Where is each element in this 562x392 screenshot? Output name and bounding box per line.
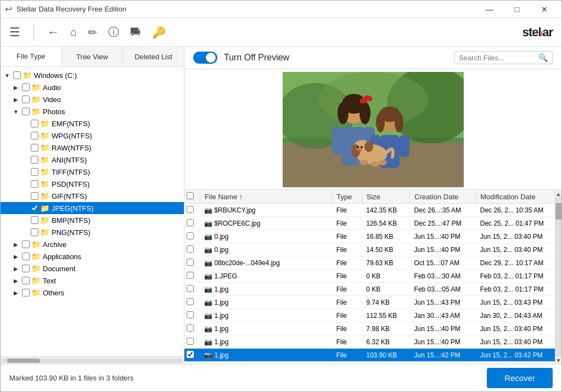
table-row[interactable]: 📷1.JPEGFile0 KBFeb 03...:30 AMFeb 03, 2.… <box>184 270 555 283</box>
tab-file-type[interactable]: File Type <box>1 47 62 66</box>
expand-icon-wpg[interactable] <box>20 131 29 140</box>
table-row[interactable]: 📷0.jpgFile16.85 KBJun 15...:40 PMJun 15,… <box>184 230 555 243</box>
row-checkbox-1[interactable] <box>187 219 194 226</box>
expand-icon-bmp[interactable] <box>20 216 29 225</box>
checkbox-wpg[interactable] <box>31 132 38 139</box>
expand-icon-emf[interactable] <box>20 119 29 128</box>
row-checkbox-5[interactable] <box>187 272 194 279</box>
checkbox-windows[interactable] <box>13 71 21 79</box>
sidebar-item-archive[interactable]: ▶📁Archive <box>1 238 184 250</box>
home-icon[interactable]: ⌂ <box>70 26 77 38</box>
sidebar-item-bmp[interactable]: 📁BMP(NTFS) <box>1 214 184 226</box>
th-modification-date[interactable]: Modification Date <box>476 190 555 204</box>
checkbox-bmp[interactable] <box>31 216 38 224</box>
row-checkbox-6[interactable] <box>187 285 194 292</box>
table-row[interactable]: 📷1.jpgFile112.55 KBJan 30...:43 AMJan 30… <box>184 309 555 322</box>
table-row[interactable]: 📷$RBIJKCY.jpgFile142.35 KBDec 26...:35 A… <box>184 204 555 217</box>
checkbox-document[interactable] <box>22 265 30 272</box>
sidebar-item-wpg[interactable]: 📁WPG(NTFS) <box>1 130 184 142</box>
table-row[interactable]: 📷1.jpgFile9.74 KBJun 15...:43 PMJun 15, … <box>184 296 555 309</box>
row-checkbox-7[interactable] <box>187 298 194 305</box>
expand-icon-psd[interactable] <box>20 180 29 188</box>
expand-icon-ani[interactable] <box>20 155 29 164</box>
table-row[interactable]: 📷0.jpgFile14.50 KBJun 15...:40 PMJun 15,… <box>184 243 555 256</box>
table-row[interactable]: 📷1.jpgFile103.90 KBJun 15...:42 PMJun 15… <box>184 349 555 362</box>
sidebar-item-tiff[interactable]: 📁TIFF(NTFS) <box>1 166 184 178</box>
sidebar-item-emf[interactable]: 📁EMF(NTFS) <box>1 117 184 130</box>
sidebar-hscrollbar[interactable] <box>1 356 184 364</box>
checkbox-video[interactable] <box>22 96 30 103</box>
row-checkbox-2[interactable] <box>187 232 194 239</box>
expand-icon-png[interactable] <box>20 228 29 237</box>
edit-icon[interactable]: ✏ <box>88 26 97 39</box>
table-row[interactable]: 📷1.jpgFile0 KBFeb 03...:05 AMFeb 03, 2..… <box>184 283 555 296</box>
sidebar-item-others[interactable]: ▶📁Others <box>1 287 184 299</box>
th-type[interactable]: Type <box>332 190 362 204</box>
expand-icon-windows[interactable]: ▼ <box>3 71 12 80</box>
row-checkbox-8[interactable] <box>187 311 194 318</box>
back-nav-icon[interactable]: ← <box>47 25 59 40</box>
sidebar-item-photos[interactable]: ▼📁Photos <box>1 105 184 117</box>
sidebar-item-ani[interactable]: 📁ANI(NTFS) <box>1 154 184 166</box>
sidebar-item-audio[interactable]: ▶📁Audio <box>1 81 184 93</box>
expand-icon-archive[interactable]: ▶ <box>12 240 20 249</box>
sidebar-item-text[interactable]: ▶📁Text <box>1 275 184 287</box>
checkbox-gif[interactable] <box>31 192 38 200</box>
checkbox-jpeg[interactable] <box>31 204 38 212</box>
tab-deleted-list[interactable]: Deleted List <box>123 47 184 66</box>
back-icon[interactable]: ↩ <box>5 4 12 14</box>
table-row[interactable]: 📷$ROCPE6C.jpgFile126.54 KBDec 25...:47 P… <box>184 217 555 230</box>
th-filename[interactable]: File Name ↑ <box>200 190 331 204</box>
hamburger-icon[interactable]: ☰ <box>9 25 20 40</box>
th-creation-date[interactable]: Creation Date <box>410 190 476 204</box>
sidebar-item-windows[interactable]: ▼📁Windows (C:) <box>1 69 184 81</box>
row-checkbox-0[interactable] <box>187 206 194 213</box>
sidebar-item-video[interactable]: ▶📁Video <box>1 93 184 105</box>
expand-icon-video[interactable]: ▶ <box>12 95 20 104</box>
select-all-checkbox[interactable] <box>187 192 194 199</box>
sidebar-item-jpeg[interactable]: 📁JPEG(NTFS) <box>1 202 184 214</box>
expand-icon-audio[interactable]: ▶ <box>12 83 20 92</box>
scroll-down-arrow[interactable]: ▼ <box>555 356 561 364</box>
checkbox-applications[interactable] <box>22 253 30 260</box>
expand-icon-jpeg[interactable] <box>20 204 29 212</box>
expand-icon-raw[interactable] <box>20 143 29 152</box>
checkbox-photos[interactable] <box>22 108 30 115</box>
checkbox-emf[interactable] <box>31 120 38 127</box>
checkbox-archive[interactable] <box>22 240 30 248</box>
sidebar-item-png[interactable]: 📁PNG(NTFS) <box>1 226 184 238</box>
search-box[interactable]: 🔍 <box>454 51 553 64</box>
minimize-button[interactable]: — <box>477 1 502 18</box>
sidebar-item-raw[interactable]: 📁RAW(NTFS) <box>1 142 184 154</box>
checkbox-raw[interactable] <box>31 144 38 152</box>
expand-icon-tiff[interactable] <box>20 167 29 176</box>
checkbox-ani[interactable] <box>31 156 38 164</box>
sidebar-item-gif[interactable]: 📁GIF(NTFS) <box>1 190 184 202</box>
cart-icon[interactable]: ⛟ <box>130 26 141 38</box>
file-scrollbar[interactable]: ▲ ▼ <box>555 190 561 364</box>
checkbox-text[interactable] <box>22 277 30 284</box>
row-checkbox-4[interactable] <box>187 259 194 266</box>
scroll-up-arrow[interactable]: ▲ <box>555 190 561 198</box>
checkbox-tiff[interactable] <box>31 168 38 176</box>
row-checkbox-3[interactable] <box>187 245 194 253</box>
tab-tree-view[interactable]: Tree View <box>62 47 123 66</box>
expand-icon-text[interactable]: ▶ <box>12 276 20 285</box>
expand-icon-document[interactable]: ▶ <box>12 264 20 273</box>
th-checkbox[interactable] <box>184 190 200 204</box>
sidebar-item-applications[interactable]: ▶📁Applications <box>1 250 184 262</box>
sidebar-item-psd[interactable]: 📁PSD(NTFS) <box>1 178 184 190</box>
preview-toggle[interactable] <box>193 52 217 64</box>
checkbox-others[interactable] <box>22 289 30 296</box>
close-button[interactable]: ✕ <box>532 1 557 18</box>
expand-icon-gif[interactable] <box>20 192 29 200</box>
th-size[interactable]: Size <box>362 190 409 204</box>
help-icon[interactable]: ⓘ <box>108 25 119 40</box>
row-checkbox-10[interactable] <box>187 338 194 345</box>
maximize-button[interactable]: □ <box>504 1 530 18</box>
row-checkbox-11[interactable] <box>187 351 194 358</box>
sidebar-item-document[interactable]: ▶📁Document <box>1 262 184 275</box>
expand-icon-others[interactable]: ▶ <box>12 288 20 297</box>
table-row[interactable]: 📷1.jpgFile7.98 KBJun 15...:40 PMJun 15, … <box>184 322 555 335</box>
checkbox-audio[interactable] <box>22 83 30 91</box>
